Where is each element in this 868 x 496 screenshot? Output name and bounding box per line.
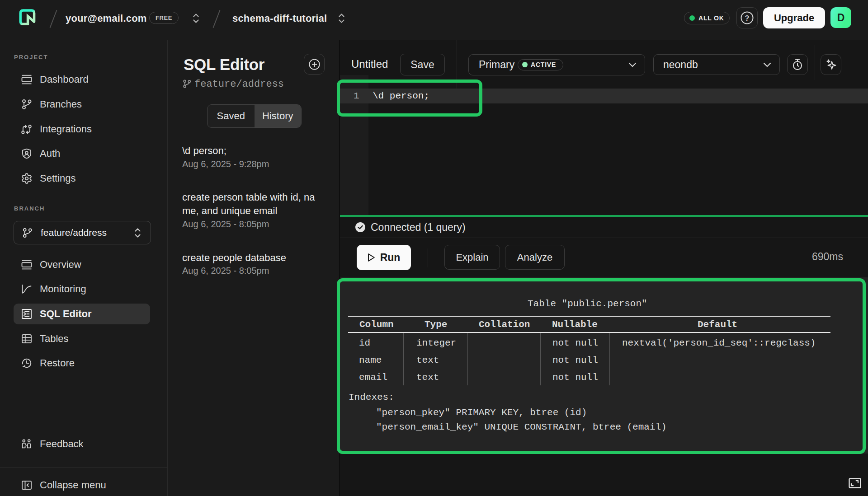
svg-text:?: ? [745, 14, 750, 22]
